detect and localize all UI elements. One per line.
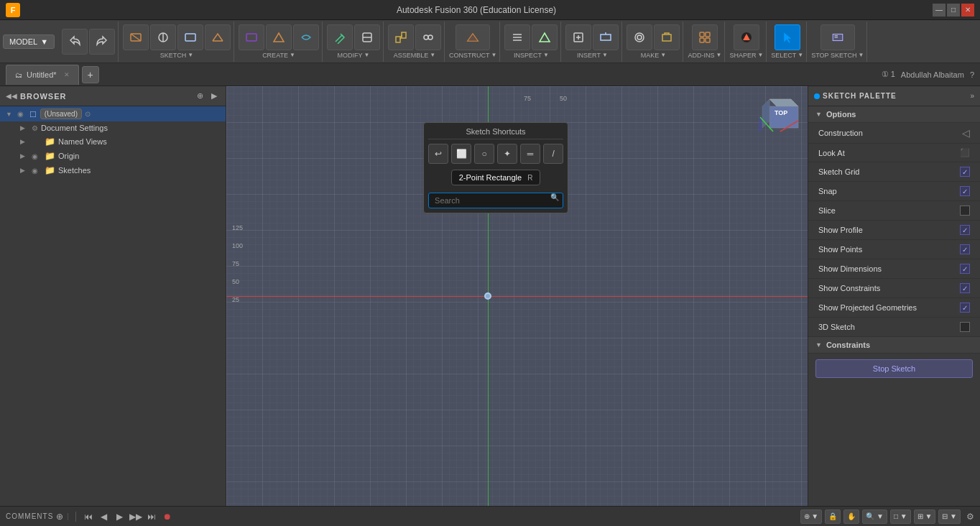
assemble-tool-2[interactable] xyxy=(415,24,441,50)
stop-sketch-button[interactable]: Stop Sketch xyxy=(815,359,973,378)
playback-next[interactable]: ▶▶ xyxy=(129,510,142,523)
tree-eye-sketches[interactable]: ◉ xyxy=(32,167,42,175)
shaper-tool-1[interactable] xyxy=(734,24,759,50)
bottom-tool-zoom-in[interactable]: 🔍 ▼ xyxy=(862,509,887,524)
sketch-tool-4[interactable] xyxy=(205,24,231,50)
new-tab-button[interactable]: + xyxy=(82,66,99,83)
showpoints-checkbox[interactable] xyxy=(960,244,970,254)
tab-untitled[interactable]: 🗂 Untitled* ✕ xyxy=(6,65,79,85)
svg-rect-28 xyxy=(662,34,671,41)
playback-start[interactable]: ⏮ xyxy=(82,510,95,523)
constraints-section-header[interactable]: ▼ Constraints xyxy=(808,337,980,354)
sketch-palette-expand[interactable]: » xyxy=(970,92,974,100)
showdimensions-checkbox[interactable] xyxy=(960,264,970,274)
sketch-tool-3[interactable] xyxy=(177,24,203,50)
tree-eye-origin[interactable]: ◉ xyxy=(32,152,42,160)
construct-tool-1[interactable] xyxy=(456,24,490,50)
tree-item-origin[interactable]: ▶ ◉ 📁 Origin xyxy=(0,149,226,163)
settings-gear-icon[interactable]: ⚙ xyxy=(966,512,974,522)
make-tool-2[interactable] xyxy=(654,24,680,50)
sketch-tool-2[interactable] xyxy=(150,24,176,50)
tree-item-namedviews[interactable]: ▶ ◉ 📁 Named Views xyxy=(0,134,226,149)
showprojected-label: Show Projected Geometries xyxy=(818,303,917,312)
minimize-button[interactable]: — xyxy=(933,4,946,17)
inspect-tool-1[interactable] xyxy=(504,24,530,50)
modify-tool-1[interactable] xyxy=(327,24,353,50)
bottom-tool-grid[interactable]: ⊞ ▼ xyxy=(914,509,936,524)
slice-checkbox[interactable] xyxy=(960,206,970,216)
browser-expand-icon[interactable]: ▶ xyxy=(208,91,220,102)
snap-checkbox[interactable] xyxy=(960,186,970,196)
tree-expand-namedviews[interactable]: ▶ xyxy=(20,138,29,145)
modify-tool-2[interactable] xyxy=(354,24,380,50)
sketch-tool-1[interactable] xyxy=(123,24,149,50)
help-button[interactable]: ? xyxy=(970,70,974,79)
playback-record[interactable]: ⏺ xyxy=(161,510,174,523)
tree-expand-root[interactable]: ▼ xyxy=(6,111,14,118)
sketch-shortcuts-icons: ↩ ⬜ ○ ✦ ═ / xyxy=(428,144,563,164)
select-button[interactable] xyxy=(775,24,800,50)
tree-expand-origin[interactable]: ▶ xyxy=(20,152,29,160)
tree-expand-docsettings[interactable]: ▶ xyxy=(20,124,29,132)
make-label: MAKE xyxy=(641,52,660,59)
comments-add-icon[interactable]: ⊕ xyxy=(56,512,64,522)
showprofile-label: Show Profile xyxy=(818,226,863,234)
bottom-tool-display[interactable]: □ ▼ xyxy=(890,509,911,524)
model-selector[interactable]: MODEL ▼ xyxy=(3,34,55,49)
showprojected-checkbox[interactable] xyxy=(960,303,970,313)
showprofile-checkbox[interactable] xyxy=(960,225,970,235)
addins-tool-1[interactable] xyxy=(692,24,718,50)
options-section-header[interactable]: ▼ Options xyxy=(808,106,980,123)
bottom-tool-view[interactable]: ⊟ ▼ xyxy=(938,509,961,524)
ss-icon-undo[interactable]: ↩ xyxy=(428,144,448,164)
svg-marker-16 xyxy=(468,33,479,41)
close-button[interactable]: ✕ xyxy=(961,4,974,17)
tree-expand-sketches[interactable]: ▶ xyxy=(20,167,29,174)
browser-settings-icon[interactable]: ⊕ xyxy=(194,91,205,102)
tab-close-icon[interactable]: ✕ xyxy=(64,71,70,78)
bottom-tool-lock[interactable]: 🔒 xyxy=(825,509,841,524)
bottom-tool-pan[interactable]: ✋ xyxy=(843,509,859,524)
svg-point-27 xyxy=(637,35,642,40)
construction-label: Construction xyxy=(818,129,863,137)
create-tool-2[interactable] xyxy=(266,24,292,50)
tree-eye-root[interactable]: ◉ xyxy=(17,110,27,118)
make-tool-1[interactable] xyxy=(627,24,652,50)
insert-tool-1[interactable] xyxy=(565,24,591,50)
ss-icon-rect[interactable]: ⬜ xyxy=(451,144,471,164)
nav-cube[interactable]: TOP xyxy=(759,92,802,135)
playback-prev[interactable]: ◀ xyxy=(98,510,111,523)
create-tool-1[interactable] xyxy=(239,24,264,50)
maximize-button[interactable]: □ xyxy=(947,4,960,17)
3dsketch-checkbox[interactable] xyxy=(960,322,970,332)
playback-end[interactable]: ⏭ xyxy=(145,510,158,523)
3dsketch-label: 3D Sketch xyxy=(818,323,855,331)
lookat-shortcut-icon[interactable]: ⬛ xyxy=(960,148,970,157)
inspect-tool-2[interactable] xyxy=(532,24,558,50)
shaper-label: SHAPER xyxy=(729,52,756,59)
tree-item-root[interactable]: ▼ ◉ □ (Unsaved) ⊙ xyxy=(0,106,226,121)
ss-icon-slash[interactable]: / xyxy=(543,144,563,164)
showconstraints-checkbox[interactable] xyxy=(960,283,970,293)
bottom-tool-orbit[interactable]: ⊕ ▼ xyxy=(800,509,823,524)
insert-tool-2[interactable] xyxy=(593,24,619,50)
create-tool-3[interactable] xyxy=(293,24,319,50)
playback-play[interactable]: ▶ xyxy=(114,510,126,523)
sketch-group: SKETCH ▼ xyxy=(120,22,234,62)
canvas-area[interactable]: 75 50 125 100 75 50 25 TOP xyxy=(226,86,808,506)
redo-button[interactable] xyxy=(89,29,115,55)
sketchgrid-checkbox[interactable] xyxy=(960,167,970,177)
assemble-tool-1[interactable] xyxy=(388,24,414,50)
ss-icon-equal[interactable]: ═ xyxy=(520,144,540,164)
ss-icon-circle[interactable]: ○ xyxy=(474,144,494,164)
tree-item-docsettings[interactable]: ▶ ⚙ Document Settings xyxy=(0,121,226,134)
tree-item-sketches[interactable]: ▶ ◉ 📁 Sketches xyxy=(0,163,226,177)
ss-icon-star[interactable]: ✦ xyxy=(497,144,517,164)
tree-folder-icon-root: □ xyxy=(30,109,36,119)
sketch-search-input[interactable] xyxy=(428,193,563,208)
browser-collapse-button[interactable]: ◀◀ xyxy=(6,92,17,100)
stop-sketch-toolbar-button[interactable] xyxy=(820,24,855,50)
construction-shortcut-icon[interactable]: ◁ xyxy=(962,127,970,139)
undo-button[interactable] xyxy=(62,29,88,55)
tree-radio-root[interactable]: ⊙ xyxy=(85,110,91,118)
